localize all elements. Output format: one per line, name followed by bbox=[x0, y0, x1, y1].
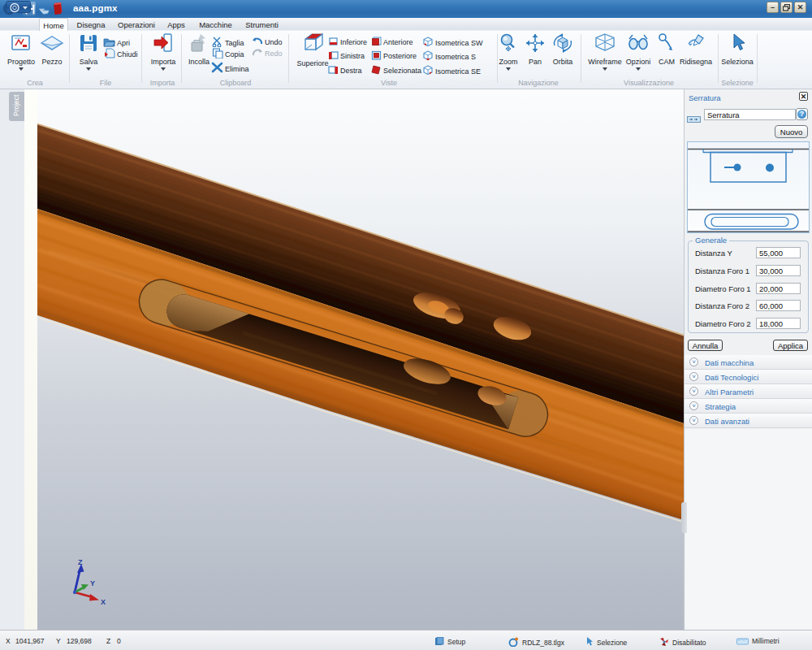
svg-text:Y: Y bbox=[90, 579, 95, 587]
svg-text:X: X bbox=[101, 598, 106, 606]
svg-text:Z: Z bbox=[78, 558, 83, 566]
